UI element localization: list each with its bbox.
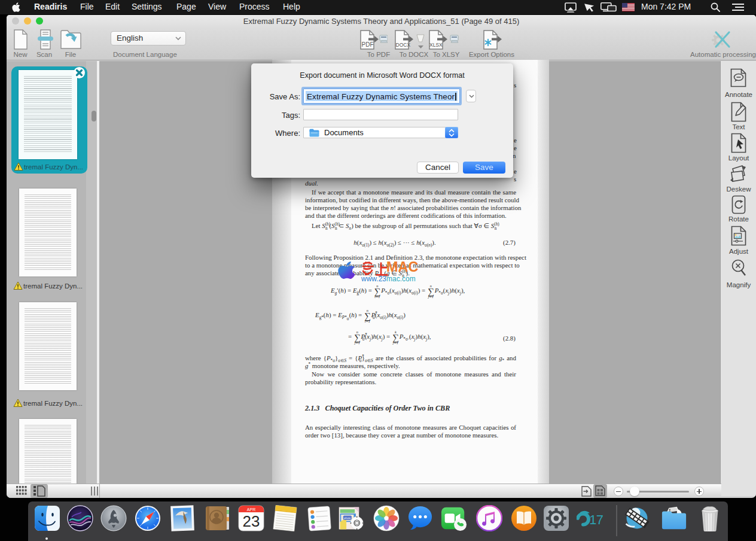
svg-text:APR: APR	[247, 507, 255, 512]
svg-text:PDF: PDF	[362, 41, 374, 48]
svg-text:XLSX: XLSX	[429, 42, 443, 48]
svg-text:23: 23	[243, 512, 260, 530]
svg-text:17: 17	[589, 512, 603, 527]
svg-text:DOCX: DOCX	[396, 42, 411, 48]
svg-text:photo: photo	[344, 516, 351, 519]
